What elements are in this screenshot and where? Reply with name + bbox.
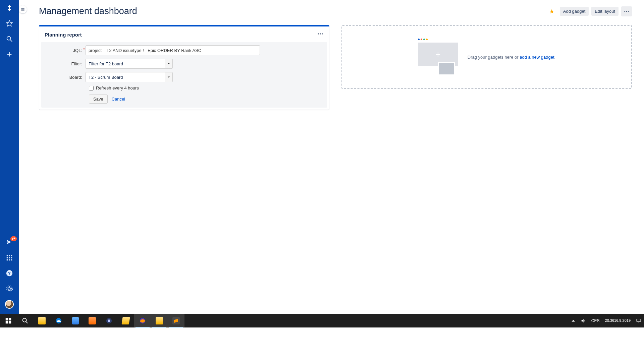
dropzone-text: Drag your gadgets here or add a new gadg… bbox=[468, 55, 555, 60]
taskbar-app-1[interactable] bbox=[67, 314, 84, 327]
refresh-label: Refresh every 4 hours bbox=[96, 85, 139, 90]
letterbox bbox=[0, 327, 644, 362]
more-horizontal-icon bbox=[317, 31, 324, 37]
sidebar-expand-icon[interactable] bbox=[19, 5, 27, 13]
taskbar-firefox[interactable] bbox=[134, 314, 151, 327]
svg-line-24 bbox=[26, 322, 28, 323]
chevron-up-icon bbox=[571, 319, 575, 323]
chevron-down-icon bbox=[167, 76, 170, 78]
svg-rect-19 bbox=[6, 318, 8, 320]
svg-point-27 bbox=[108, 319, 110, 322]
svg-rect-29 bbox=[637, 319, 641, 322]
filter-select-toggle[interactable] bbox=[165, 59, 173, 69]
settings-icon[interactable] bbox=[5, 285, 13, 293]
folder-icon bbox=[156, 317, 163, 324]
filter-select[interactable]: Filter for T2 board bbox=[86, 59, 173, 69]
board-label: Board: bbox=[45, 75, 86, 80]
svg-point-17 bbox=[320, 33, 321, 34]
svg-rect-21 bbox=[6, 321, 8, 323]
more-horizontal-icon bbox=[624, 8, 630, 14]
taskbar-app-4[interactable] bbox=[117, 314, 134, 327]
search-icon bbox=[21, 317, 29, 324]
apps-icon[interactable] bbox=[5, 254, 13, 262]
jql-input[interactable] bbox=[86, 45, 260, 55]
dropzone-illustration: + bbox=[418, 39, 458, 75]
sublime-icon bbox=[172, 317, 180, 324]
svg-point-18 bbox=[322, 33, 323, 34]
svg-rect-3 bbox=[9, 255, 10, 256]
svg-point-16 bbox=[318, 33, 319, 34]
planning-report-gadget: Planning report JQL:* Filter: bbox=[39, 25, 329, 110]
svg-point-23 bbox=[23, 318, 26, 322]
board-select[interactable]: T2 - Scrum Board bbox=[86, 72, 173, 82]
action-center-icon bbox=[636, 318, 641, 323]
taskbar-edge[interactable] bbox=[50, 314, 67, 327]
board-select-toggle[interactable] bbox=[165, 72, 173, 82]
notification-badge: 9+ bbox=[10, 236, 17, 241]
cancel-button[interactable]: Cancel bbox=[112, 97, 125, 102]
page-title: Management dashboard bbox=[39, 6, 137, 16]
svg-rect-20 bbox=[9, 318, 11, 320]
tray-clock[interactable]: 20:36 16.9.2019 bbox=[602, 314, 633, 327]
edit-layout-button[interactable]: Edit layout bbox=[591, 7, 619, 16]
tray-time: 20:36 bbox=[605, 318, 614, 323]
taskbar-app-2[interactable] bbox=[84, 314, 101, 327]
svg-rect-8 bbox=[7, 259, 8, 261]
page-header: Management dashboard ★ Add gadget Edit l… bbox=[39, 6, 632, 16]
tray-action-center[interactable] bbox=[633, 314, 644, 327]
jql-label: JQL:* bbox=[45, 48, 86, 53]
app-icon bbox=[105, 317, 113, 324]
svg-rect-7 bbox=[11, 257, 12, 258]
svg-point-13 bbox=[624, 11, 625, 12]
favorite-star-icon[interactable]: ★ bbox=[549, 8, 554, 15]
svg-text:?: ? bbox=[8, 271, 11, 276]
svg-rect-2 bbox=[7, 255, 8, 256]
svg-rect-10 bbox=[11, 259, 12, 261]
refresh-checkbox[interactable] bbox=[89, 86, 94, 90]
windows-icon bbox=[5, 317, 12, 324]
jira-logo-icon[interactable] bbox=[5, 4, 13, 12]
taskbar-explorer-2[interactable] bbox=[151, 314, 168, 327]
svg-rect-9 bbox=[9, 259, 10, 261]
taskbar-sublime[interactable] bbox=[168, 314, 184, 327]
firefox-icon bbox=[139, 317, 146, 324]
start-button[interactable] bbox=[0, 314, 17, 327]
svg-rect-6 bbox=[9, 257, 10, 258]
add-gadget-button[interactable]: Add gadget bbox=[560, 7, 589, 16]
tray-language[interactable]: CES bbox=[589, 314, 602, 327]
refresh-checkbox-row[interactable]: Refresh every 4 hours bbox=[45, 85, 323, 90]
volume-icon bbox=[581, 318, 586, 323]
svg-line-1 bbox=[10, 40, 12, 42]
notes-icon bbox=[121, 317, 130, 324]
star-icon[interactable] bbox=[5, 19, 13, 27]
more-actions-button[interactable] bbox=[621, 6, 632, 16]
app-icon bbox=[89, 317, 96, 324]
avatar[interactable] bbox=[5, 300, 14, 309]
windows-taskbar: CES 20:36 16.9.2019 bbox=[0, 314, 644, 327]
tray-volume[interactable] bbox=[578, 314, 589, 327]
filter-select-value: Filter for T2 board bbox=[86, 59, 165, 69]
notifications-icon[interactable]: 9+ bbox=[5, 238, 13, 246]
filter-label: Filter: bbox=[45, 61, 86, 66]
help-icon[interactable]: ? bbox=[5, 269, 13, 277]
global-sidebar: 9+ ? bbox=[0, 0, 19, 314]
svg-rect-4 bbox=[11, 255, 12, 256]
search-icon[interactable] bbox=[5, 35, 13, 43]
gadget-title: Planning report bbox=[45, 32, 82, 38]
tray-chevron[interactable] bbox=[569, 314, 578, 327]
folder-icon bbox=[38, 317, 46, 324]
taskbar-search[interactable] bbox=[17, 314, 34, 327]
svg-point-14 bbox=[626, 11, 627, 12]
svg-rect-5 bbox=[7, 257, 8, 258]
app-icon bbox=[72, 317, 79, 324]
plus-icon[interactable] bbox=[5, 50, 13, 58]
svg-point-0 bbox=[7, 37, 11, 40]
save-button[interactable]: Save bbox=[89, 95, 108, 104]
edge-icon bbox=[55, 317, 62, 324]
tray-date: 16.9.2019 bbox=[614, 318, 631, 323]
taskbar-app-3[interactable] bbox=[101, 314, 117, 327]
gadget-dropzone[interactable]: + Drag your gadgets here or add a new ga… bbox=[341, 25, 632, 89]
add-new-gadget-link[interactable]: add a new gadget bbox=[520, 55, 554, 60]
taskbar-explorer[interactable] bbox=[34, 314, 50, 327]
gadget-menu-button[interactable] bbox=[317, 31, 324, 39]
